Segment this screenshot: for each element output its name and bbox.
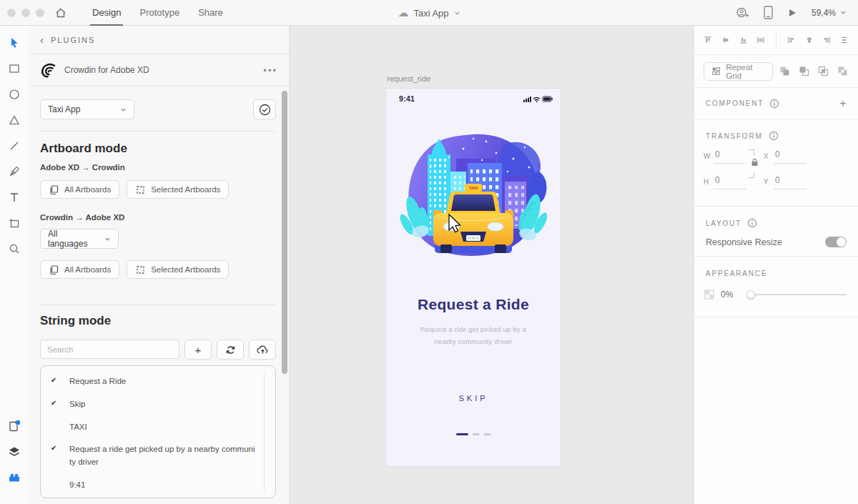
appearance-label: APPEARANCE — [706, 270, 767, 277]
align-middle-vertical-icon[interactable] — [721, 34, 730, 46]
home-button[interactable] — [54, 6, 67, 19]
upload-all-artboards-button[interactable]: All Artboards — [40, 180, 119, 199]
height-field[interactable]: 0 — [714, 175, 746, 189]
chevron-down-icon — [104, 236, 111, 242]
zoom-tool[interactable] — [6, 241, 22, 257]
layers-button[interactable] — [6, 444, 22, 460]
zoom-control[interactable]: 59,4% — [812, 8, 847, 18]
info-icon[interactable] — [769, 99, 779, 109]
string-list-item[interactable]: ✔ Skip — [41, 393, 275, 416]
property-inspector: Repeat Grid COMPONENT + TRANSFORM W 0 X … — [694, 26, 858, 504]
string-text: TAXI — [69, 421, 87, 434]
align-right-icon[interactable] — [822, 34, 831, 46]
upload-strings-button[interactable] — [249, 340, 276, 360]
slider-knob[interactable] — [746, 290, 755, 299]
ellipse-tool[interactable] — [6, 87, 22, 102]
tab-design[interactable]: Design — [83, 0, 130, 26]
align-left-icon[interactable] — [787, 34, 796, 46]
select-tool[interactable] — [6, 35, 22, 51]
crowdin-to-xd-label: Crowdin → Adobe XD — [40, 213, 276, 222]
plugin-panel-scrollbar[interactable] — [282, 91, 287, 374]
repeat-grid-button[interactable]: Repeat Grid — [704, 62, 773, 81]
info-icon[interactable] — [747, 218, 757, 228]
device-preview-icon[interactable] — [764, 6, 773, 19]
align-bottom-icon[interactable] — [739, 34, 748, 46]
xd-to-crowdin-label: Adobe XD → Crowdin — [40, 163, 276, 172]
height-label: H — [704, 178, 709, 186]
confirm-project-button[interactable] — [253, 99, 276, 119]
refresh-strings-button[interactable] — [217, 340, 244, 360]
string-list-item[interactable]: TAXI — [41, 416, 275, 439]
back-chevron-icon[interactable]: ‹ — [40, 34, 44, 46]
boolean-intersect-icon[interactable] — [817, 65, 829, 77]
lock-aspect-icon[interactable] — [751, 158, 759, 167]
width-field[interactable]: 0 — [714, 149, 746, 164]
document-title[interactable]: Taxi App — [413, 8, 448, 19]
artboard-name-label[interactable]: request_ride — [387, 74, 430, 83]
strings-list[interactable]: ✔ Request a Ride ✔ Skip TAXI ✔ Request a… — [40, 365, 276, 498]
polygon-tool[interactable] — [6, 112, 22, 128]
tab-prototype[interactable]: Prototype — [130, 0, 189, 26]
canvas[interactable]: request_ride 9:41 — [290, 26, 694, 504]
string-list-item[interactable]: 9:41 — [41, 474, 275, 497]
minimize-window-icon[interactable] — [21, 9, 30, 17]
text-tool[interactable] — [6, 189, 22, 205]
phone-subtitle-line2: nearby community driver — [386, 337, 561, 345]
plugin-menu-icon[interactable]: ••• — [263, 65, 277, 76]
play-icon[interactable] — [787, 8, 797, 18]
y-label: Y — [764, 178, 769, 186]
search-input[interactable] — [40, 340, 179, 359]
distribute-horizontal-icon[interactable] — [756, 34, 765, 46]
phone-skip-button[interactable]: SKIP — [386, 394, 561, 402]
page-dot — [484, 433, 491, 435]
line-tool[interactable] — [6, 138, 22, 154]
align-center-horizontal-icon[interactable] — [805, 34, 814, 46]
link-bracket-bottom — [749, 172, 754, 178]
string-list-item[interactable]: ✔ Request a ride get picked up by a near… — [41, 438, 275, 474]
artboard-request-ride[interactable]: 9:41 — [386, 89, 561, 466]
toggle-knob — [837, 237, 846, 247]
artboard-tool[interactable] — [6, 215, 22, 231]
string-text: Skip — [69, 398, 85, 411]
plugins-panel-button[interactable] — [6, 418, 22, 434]
transform-section: TRANSFORM W 0 X 0 H 0 Y 0 — [694, 119, 858, 207]
responsive-resize-toggle[interactable] — [825, 237, 847, 247]
close-window-icon[interactable] — [7, 9, 16, 17]
boolean-add-icon[interactable] — [779, 65, 791, 77]
copy-stack-icon — [49, 184, 59, 195]
opacity-checker-icon — [704, 290, 714, 300]
pen-tool[interactable] — [6, 164, 22, 179]
x-field[interactable]: 0 — [774, 149, 807, 164]
window-controls[interactable] — [7, 9, 44, 17]
info-icon[interactable] — [769, 131, 779, 141]
responsive-resize-label: Responsive Resize — [706, 237, 782, 247]
align-top-icon[interactable] — [704, 34, 712, 46]
y-field[interactable]: 0 — [774, 175, 807, 189]
tab-share[interactable]: Share — [189, 0, 232, 26]
ellipse-icon — [8, 88, 21, 101]
distribute-vertical-icon[interactable] — [840, 34, 849, 46]
taxi-sign-text: TAXI — [469, 186, 478, 190]
check-circle-icon — [259, 104, 271, 116]
opacity-slider[interactable] — [746, 290, 847, 300]
plugins-launcher-button[interactable] — [6, 470, 22, 485]
crowdin-plugin-panel: ‹ PLUGINS Crowdin for Adobe XD ••• Taxi … — [29, 26, 290, 504]
download-selected-artboards-button[interactable]: Selected Artboards — [127, 260, 229, 279]
string-text: Request a ride get picked up by a nearby… — [69, 443, 257, 469]
zoom-window-icon[interactable] — [36, 9, 44, 17]
string-list-item[interactable]: ✔ Request a Ride — [41, 370, 275, 393]
project-select[interactable]: Taxi App — [40, 99, 134, 119]
share-user-icon[interactable] — [735, 6, 749, 19]
selected-artboards-label: Selected Artboards — [151, 265, 220, 274]
boolean-exclude-icon[interactable] — [837, 65, 849, 77]
languages-select[interactable]: All languages — [40, 229, 119, 249]
triangle-icon — [8, 114, 21, 127]
add-component-icon[interactable]: + — [839, 97, 847, 111]
upload-selected-artboards-button[interactable]: Selected Artboards — [127, 180, 229, 199]
download-all-artboards-button[interactable]: All Artboards — [40, 260, 119, 279]
add-string-button[interactable]: + — [184, 340, 212, 360]
rectangle-tool[interactable] — [6, 61, 22, 76]
chevron-down-icon — [120, 107, 127, 113]
boolean-subtract-icon[interactable] — [798, 65, 810, 77]
copy-stack-icon — [49, 265, 59, 275]
